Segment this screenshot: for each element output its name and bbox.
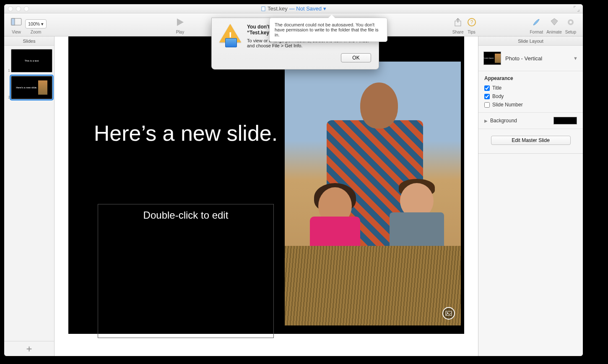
add-slide-button[interactable]: +: [4, 341, 54, 356]
ok-button[interactable]: OK: [341, 53, 371, 62]
titlebar: Test.key — Not Saved ▾: [4, 4, 583, 13]
view-button[interactable]: View: [11, 18, 22, 34]
edit-master-button[interactable]: Edit Master Slide: [491, 136, 571, 145]
format-button[interactable]: Format: [530, 18, 543, 34]
background-row[interactable]: ▶ Background: [478, 112, 583, 129]
save-status: — Not Saved: [289, 5, 322, 12]
play-button[interactable]: Play: [175, 18, 184, 34]
share-button[interactable]: Share: [452, 18, 464, 34]
svg-text:?: ?: [470, 19, 473, 25]
inspector: Slide Layout Lorem Ipsum Photo - Vertica…: [478, 36, 583, 356]
slide-thumb-2[interactable]: 2 Here's a new slide.: [4, 75, 54, 102]
image-icon: [445, 310, 452, 317]
slide-body[interactable]: Double-click to edit: [98, 204, 274, 338]
tips-button[interactable]: ? Tips: [467, 18, 476, 34]
appearance-label: Appearance: [478, 71, 583, 84]
slides-sidebar: Slides 1 This is a test 2 Here's a new s…: [4, 36, 55, 356]
window-controls: [8, 6, 29, 11]
disclosure-triangle-icon[interactable]: ▶: [484, 119, 488, 123]
autosave-popover: The document could not be autosaved. You…: [269, 18, 387, 42]
zoom-select[interactable]: 100% ▾ Zoom: [25, 18, 47, 34]
setup-button[interactable]: Setup: [565, 18, 576, 34]
slide-title[interactable]: Here’s a new slide.: [94, 120, 278, 146]
svg-rect-0: [262, 7, 265, 11]
window-title[interactable]: Test.key — Not Saved ▾: [261, 5, 326, 12]
close-icon[interactable]: [8, 6, 13, 11]
svg-rect-2: [11, 18, 15, 25]
layout-select[interactable]: Lorem Ipsum Photo - Vertical ▼: [478, 46, 583, 71]
document-icon: [261, 6, 266, 11]
background-swatch[interactable]: [553, 117, 577, 124]
minimize-icon[interactable]: [16, 6, 21, 11]
layout-thumb: Lorem Ipsum: [483, 52, 501, 65]
chevron-down-icon: ▾: [323, 5, 326, 12]
animate-button[interactable]: Animate: [546, 18, 562, 34]
inspector-header: Slide Layout: [478, 36, 583, 46]
slide[interactable]: Here’s a new slide. Double-click to edit: [68, 36, 464, 334]
fullscreen-icon[interactable]: [574, 6, 579, 12]
zoom-icon[interactable]: [24, 6, 29, 11]
slide-photo[interactable]: [285, 62, 461, 325]
filename: Test.key: [268, 5, 288, 12]
chevron-down-icon: ▼: [573, 56, 578, 61]
warning-icon: !: [219, 24, 241, 46]
canvas: Here’s a new slide. Double-click to edit: [55, 36, 478, 356]
title-checkbox[interactable]: Title: [478, 84, 583, 92]
media-placeholder-button[interactable]: [442, 307, 455, 320]
svg-point-12: [569, 21, 572, 23]
slide-thumb-1[interactable]: 1 This is a test: [4, 48, 54, 75]
brush-icon: [532, 18, 541, 28]
diamond-icon: [549, 18, 559, 28]
slidenum-checkbox[interactable]: Slide Number: [478, 101, 583, 109]
app-window: Test.key — Not Saved ▾ View 100% ▾ Zoom …: [4, 4, 583, 356]
gear-icon: [566, 18, 575, 28]
sidebar-header: Slides: [4, 36, 54, 46]
body-checkbox[interactable]: Body: [478, 92, 583, 101]
